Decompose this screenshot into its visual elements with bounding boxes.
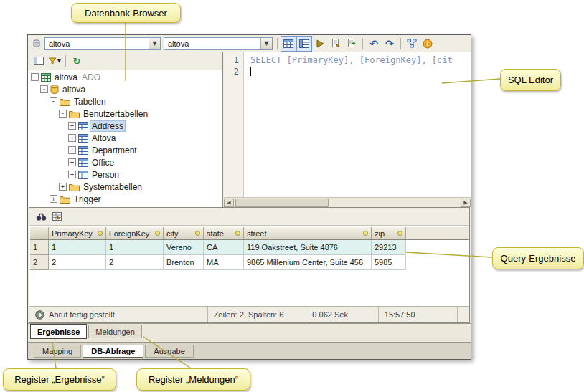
cell-primarykey[interactable]: 2 — [49, 255, 106, 270]
results-toolbar — [29, 208, 469, 226]
execute-selection-icon[interactable] — [344, 36, 359, 52]
tree-item-trigger[interactable]: +Trigger — [28, 193, 222, 205]
cell-city[interactable]: Brenton — [164, 255, 204, 270]
structure-icon[interactable] — [404, 36, 420, 52]
redo-icon[interactable]: ↷ — [382, 36, 397, 52]
header-filler — [406, 227, 469, 240]
table-icon — [78, 134, 88, 143]
sql-code-area[interactable]: SELECT [PrimaryKey], [ForeignKey], [cit — [245, 52, 471, 197]
tab-ausgabe[interactable]: Ausgabe — [145, 345, 193, 358]
tree-item-systemtabellen[interactable]: +Systemtabellen — [28, 181, 222, 193]
collapse-icon[interactable]: - — [40, 85, 48, 93]
refresh-icon[interactable]: ↻ — [69, 53, 85, 69]
database-combobox-arrow-icon[interactable]: ▼ — [260, 38, 272, 49]
cell-street[interactable]: 119 Oakstreet, Suite 4876 — [244, 240, 372, 255]
tree-item-address[interactable]: +Address — [28, 120, 222, 132]
cell-foreignkey[interactable]: 1 — [106, 240, 164, 255]
app-window: altova ▼ altova ▼ ↶ — [27, 34, 471, 360]
column-menu-icon[interactable] — [235, 231, 240, 236]
info-icon[interactable]: i — [420, 36, 435, 52]
grid-view-icon[interactable] — [281, 36, 296, 52]
collapse-icon[interactable]: - — [59, 110, 67, 118]
column-menu-icon[interactable] — [98, 231, 103, 236]
column-menu-icon[interactable] — [155, 231, 160, 236]
filter-dropdown-icon[interactable]: ▼ — [57, 58, 61, 64]
execute-script-icon[interactable] — [328, 36, 344, 52]
row-header[interactable]: 2 — [30, 255, 49, 270]
row-header[interactable]: 1 — [30, 240, 49, 255]
collapse-icon[interactable]: - — [31, 73, 39, 81]
db-connection-icon — [30, 37, 43, 50]
result-row-1: 111VerenoCA119 Oakstreet, Suite 48762921… — [30, 240, 469, 255]
column-menu-icon[interactable] — [195, 231, 200, 236]
tree-item-label: Department — [90, 145, 138, 156]
tree-item-person[interactable]: +Person — [28, 168, 222, 181]
cell-state[interactable]: MA — [204, 255, 244, 270]
status-time: 15:57:50 — [379, 307, 458, 322]
expand-icon[interactable]: + — [68, 171, 76, 178]
tree-item-office[interactable]: +Office — [28, 156, 222, 168]
column-header-label: zip — [375, 229, 385, 238]
column-header-primarykey[interactable]: PrimaryKey — [49, 227, 106, 240]
tree-item-benutzertabellen[interactable]: -Benutzertabellen — [28, 107, 222, 120]
column-menu-icon[interactable] — [397, 231, 402, 236]
results-body: 111VerenoCA119 Oakstreet, Suite 48762921… — [30, 240, 469, 270]
column-header-foreignkey[interactable]: ForeignKey — [106, 227, 164, 240]
table-icon — [78, 122, 88, 130]
line-number-gutter: 12 — [224, 52, 244, 197]
expand-icon[interactable]: + — [68, 146, 76, 154]
cell-zip[interactable]: 29213 — [372, 240, 406, 255]
scrollbar-thumb[interactable] — [235, 199, 329, 207]
column-header-label: state — [207, 229, 224, 238]
callout-sql-editor: SQL Editor — [500, 69, 561, 91]
cell-city[interactable]: Vereno — [164, 240, 204, 255]
status-message-section: Abruf fertig gestellt — [29, 307, 208, 322]
status-bar: Abruf fertig gestellt Zeilen: 2, Spalten… — [29, 306, 469, 322]
toolbar-separator — [362, 38, 363, 49]
scroll-right-icon[interactable]: ▶ — [461, 199, 471, 207]
expand-icon[interactable]: + — [50, 195, 57, 203]
cell-state[interactable]: CA — [204, 240, 244, 255]
connection-combobox[interactable]: altova ▼ — [44, 37, 161, 50]
tree-item-altova[interactable]: -altovaADO — [28, 71, 222, 83]
cell-street[interactable]: 9865 Millenium Center, Suite 456 — [244, 255, 372, 270]
cell-foreignkey[interactable]: 2 — [106, 255, 164, 270]
goto-statement-icon[interactable] — [49, 209, 65, 224]
tab-ergebnisse[interactable]: Ergebnisse — [30, 324, 87, 339]
document-tabs: MappingDB-AbfrageAusgabe — [28, 342, 471, 359]
scroll-left-icon[interactable]: ◀ — [224, 199, 234, 207]
column-header-city[interactable]: city — [164, 227, 204, 240]
tab-meldungen[interactable]: Meldungen — [88, 325, 141, 338]
database-combobox[interactable]: altova ▼ — [164, 37, 273, 50]
column-menu-icon[interactable] — [363, 231, 368, 236]
connection-combobox-arrow-icon[interactable]: ▼ — [149, 38, 160, 49]
expand-icon[interactable]: + — [68, 134, 76, 142]
undo-icon[interactable]: ↶ — [366, 36, 382, 52]
column-header-state[interactable]: state — [204, 227, 244, 240]
database-combobox-value: altova — [164, 39, 189, 48]
layout-icon[interactable] — [31, 53, 47, 69]
expand-icon[interactable]: + — [68, 158, 76, 166]
column-header-zip[interactable]: zip — [372, 227, 406, 240]
db-tree: -altovaADO-altova-Tabellen-Benutzertabel… — [28, 70, 222, 207]
column-header-street[interactable]: street — [244, 227, 372, 240]
tree-item-department[interactable]: +Department — [28, 144, 222, 156]
tree-item-suffix: ADO — [82, 72, 100, 82]
tree-item-label: Tabellen — [72, 97, 108, 107]
expand-icon[interactable]: + — [59, 183, 67, 191]
editor-horizontal-scrollbar[interactable]: ◀ ▶ — [224, 197, 471, 207]
form-view-icon[interactable] — [296, 36, 312, 52]
tree-item-altova[interactable]: -altova — [28, 83, 222, 95]
tree-item-tabellen[interactable]: -Tabellen — [28, 95, 222, 107]
tree-item-label: Systemtabellen — [82, 182, 143, 192]
cell-zip[interactable]: 5985 — [372, 255, 406, 270]
filter-icon[interactable]: ▼ — [47, 53, 62, 69]
expand-icon[interactable]: + — [68, 122, 76, 130]
find-icon[interactable] — [33, 209, 49, 224]
collapse-icon[interactable]: - — [50, 97, 57, 105]
tab-db-abfrage[interactable]: DB-Abfrage — [83, 345, 143, 358]
tab-mapping[interactable]: Mapping — [34, 345, 81, 358]
tree-item-altova[interactable]: +Altova — [28, 132, 222, 144]
execute-query-icon[interactable] — [312, 36, 328, 52]
cell-primarykey[interactable]: 1 — [49, 240, 106, 255]
